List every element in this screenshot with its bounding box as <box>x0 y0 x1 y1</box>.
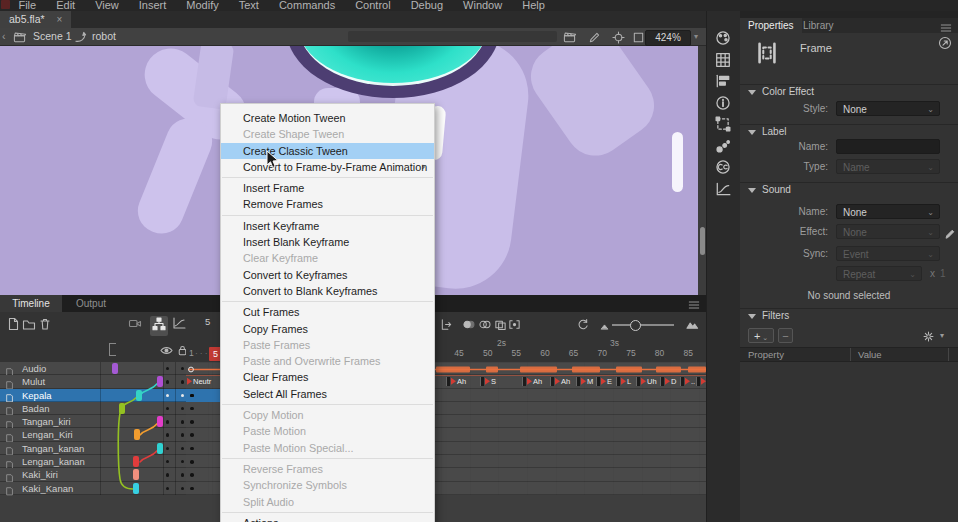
reset-timeline-zoom-icon[interactable] <box>576 317 589 335</box>
visibility-column-icon[interactable] <box>160 344 173 357</box>
visibility-dot[interactable] <box>166 487 169 490</box>
breadcrumb-symbol[interactable]: robot <box>92 28 116 45</box>
panel-menu-icon[interactable] <box>940 22 952 34</box>
mouth-keyframe[interactable]: Ah <box>446 377 466 387</box>
modify-markers-icon[interactable] <box>508 318 521 331</box>
visibility-dot[interactable] <box>166 473 169 476</box>
parenting-chip[interactable] <box>133 469 139 480</box>
timeline-zoom-out-icon[interactable] <box>599 321 610 332</box>
tab-output[interactable]: Output <box>62 295 120 312</box>
edit-sound-envelope-icon[interactable] <box>944 228 956 240</box>
layer-row-badan[interactable]: Badan <box>0 402 186 415</box>
collapse-triangle-icon[interactable] <box>748 130 756 135</box>
new-layer-icon[interactable] <box>6 317 20 335</box>
canvas-vertical-scrollbar[interactable] <box>698 46 706 296</box>
cc-libraries-panel-icon[interactable] <box>715 159 731 179</box>
menu-help[interactable]: Help <box>522 0 545 11</box>
menu-commands[interactable]: Commands <box>279 0 335 11</box>
menu-text[interactable]: Text <box>239 0 259 11</box>
section-color-effect[interactable]: Color Effect <box>740 84 958 99</box>
collapse-triangle-icon[interactable] <box>748 90 756 95</box>
add-filter-button[interactable]: + ⌄ <box>748 328 774 343</box>
lock-dot[interactable] <box>181 394 184 397</box>
remove-filter-button[interactable]: − <box>778 328 793 343</box>
brushes-panel-icon[interactable] <box>715 138 731 158</box>
motion-editor-panel-icon[interactable] <box>715 181 731 201</box>
menu-item-remove-frames[interactable]: Remove Frames <box>221 196 434 212</box>
section-filters[interactable]: Filters <box>740 308 958 323</box>
zoom-chevron-icon[interactable]: ▾ <box>694 28 698 45</box>
parenting-chip[interactable] <box>119 403 125 414</box>
layer-row-kaki_kiri[interactable]: Kaki_kiri <box>0 468 186 481</box>
menu-control[interactable]: Control <box>355 0 390 11</box>
collapse-triangle-icon[interactable] <box>748 188 756 193</box>
color-icon[interactable] <box>715 30 731 46</box>
clapperboard-icon[interactable] <box>563 31 576 44</box>
layer-row-kaki_kanan[interactable]: Kaki_Kanan <box>0 482 186 495</box>
visibility-dot[interactable] <box>166 380 169 383</box>
parenting-view-icon[interactable] <box>150 316 168 336</box>
mouth-keyframe[interactable]: L <box>616 377 631 387</box>
visibility-dot[interactable] <box>166 460 169 463</box>
modify-markers-icon[interactable] <box>508 317 521 335</box>
lock-dot[interactable] <box>181 473 184 476</box>
layer-row-lengan_kiri[interactable]: Lengan_Kiri <box>0 428 186 441</box>
mouth-keyframe[interactable]: Uh <box>636 377 657 387</box>
mouth-keyframe[interactable]: D <box>660 377 676 387</box>
edit-multiple-frames-icon[interactable] <box>494 318 507 331</box>
visibility-dot[interactable] <box>166 420 169 423</box>
mouth-keyframe-first[interactable]: Neutr <box>187 377 211 387</box>
parenting-chip[interactable] <box>157 376 163 387</box>
menu-debug[interactable]: Debug <box>411 0 443 11</box>
lock-dot[interactable] <box>181 420 184 423</box>
menu-window[interactable]: Window <box>463 0 502 11</box>
edit-sound-envelope-icon[interactable] <box>944 226 956 244</box>
sound-name-dropdown[interactable]: None⌄ <box>836 204 940 219</box>
menu-item-clear-frames[interactable]: Clear Frames <box>221 369 434 385</box>
delete-layer-icon[interactable] <box>38 317 52 331</box>
menu-item-convert-to-frame-by-frame-animation[interactable]: Convert to Frame-by-Frame Animation› <box>221 159 434 175</box>
section-label[interactable]: Label <box>740 124 958 139</box>
new-layer-icon[interactable] <box>6 317 20 331</box>
visibility-dot[interactable] <box>166 367 169 370</box>
menu-item-copy-frames[interactable]: Copy Frames <box>221 321 434 337</box>
onion-skin-icon[interactable] <box>462 317 475 335</box>
clip-content-icon[interactable] <box>632 31 645 44</box>
align-panel-icon[interactable] <box>715 73 731 93</box>
camera-icon[interactable] <box>128 316 142 330</box>
layer-row-audio[interactable]: Audio <box>0 362 186 375</box>
menu-item-insert-blank-keyframe[interactable]: Insert Blank Keyframe <box>221 234 434 250</box>
mouth-keyframe[interactable]: Ah <box>550 377 570 387</box>
timeline-menu-icon[interactable] <box>688 299 700 311</box>
mouth-keyframe[interactable]: E <box>596 377 612 387</box>
onion-outlines-icon[interactable] <box>478 318 491 331</box>
info-panel-icon[interactable] <box>715 95 731 115</box>
parenting-chip[interactable] <box>157 443 163 454</box>
align-icon[interactable] <box>715 73 731 89</box>
parenting-chip[interactable] <box>136 390 142 401</box>
tab-timeline[interactable]: Timeline <box>0 295 62 312</box>
cc-libraries-icon[interactable] <box>715 159 731 175</box>
timeline-zoom-out-icon[interactable] <box>599 318 610 336</box>
parenting-chip[interactable] <box>133 483 139 494</box>
breadcrumb-scene[interactable]: Scene 1 <box>33 28 72 45</box>
new-folder-icon[interactable] <box>22 317 36 331</box>
menu-modify[interactable]: Modify <box>186 0 218 11</box>
menu-view[interactable]: View <box>95 0 119 11</box>
parenting-chip[interactable] <box>112 363 118 374</box>
lock-dot[interactable] <box>181 487 184 490</box>
visibility-dot[interactable] <box>166 407 169 410</box>
filter-options-gear-icon[interactable] <box>922 329 935 347</box>
center-frame-icon[interactable] <box>440 317 453 335</box>
reset-timeline-zoom-icon[interactable] <box>576 318 589 331</box>
visibility-dot[interactable] <box>166 447 169 450</box>
label-name-input[interactable] <box>836 139 940 154</box>
app-logo-icon[interactable] <box>1 0 10 9</box>
timeline-zoom-in-icon[interactable] <box>686 317 699 335</box>
swatches-icon[interactable] <box>715 52 731 68</box>
onion-outlines-icon[interactable] <box>478 317 491 335</box>
info-icon[interactable] <box>715 95 731 111</box>
visibility-dot[interactable] <box>166 433 169 436</box>
layer-row-tangan_kiri[interactable]: Tangan_kiri <box>0 415 186 428</box>
zoom-level-dropdown[interactable]: 424% <box>645 30 691 46</box>
